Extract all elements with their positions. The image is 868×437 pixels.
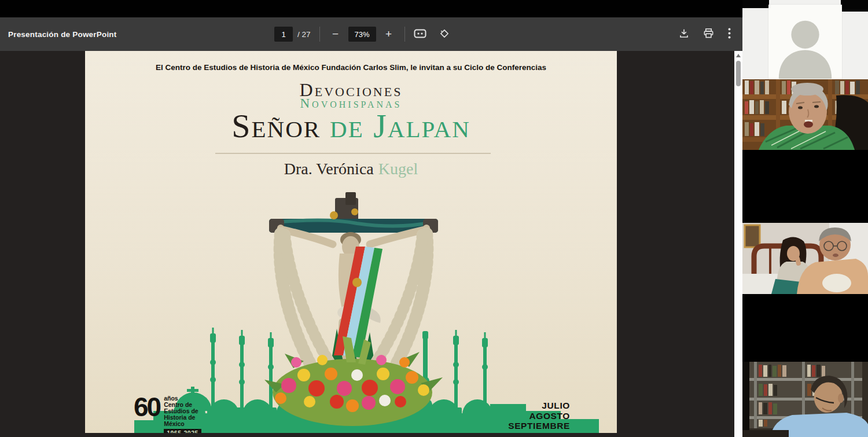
rotate-button[interactable] xyxy=(439,28,450,41)
participant-tile-avatar[interactable] xyxy=(742,0,868,79)
speaker-green-part: Kugel xyxy=(378,160,418,178)
participant-tile-video-1[interactable] xyxy=(742,79,868,150)
document-area: El Centro de Estudios de Historia de Méx… xyxy=(0,51,734,437)
pdf-scrollbar[interactable] xyxy=(734,51,742,437)
crucifix-cross xyxy=(269,192,438,233)
toolbar-divider xyxy=(319,27,320,42)
pdf-viewer: Presentación de PowerPoint / 27 − 73% + xyxy=(0,0,742,437)
zoom-out-button[interactable]: − xyxy=(329,27,343,42)
title-green-part: de Jalpan xyxy=(330,107,470,145)
date-line: 2025 xyxy=(508,431,570,434)
speaker-black-part: Dra. Verónica xyxy=(284,160,374,178)
video-man-scarf xyxy=(742,79,868,150)
pdf-toolbar: Presentación de PowerPoint / 27 − 73% + xyxy=(0,17,742,51)
tile-letterbox xyxy=(742,0,769,8)
screen: Presentación de PowerPoint / 27 − 73% + xyxy=(0,0,868,437)
rotate-icon xyxy=(439,28,450,41)
video-two-women xyxy=(742,223,868,294)
download-icon xyxy=(679,28,689,41)
kebab-menu-icon xyxy=(728,28,731,41)
date-line: JULIO xyxy=(508,401,570,411)
series-title: Devociones Novohispanas xyxy=(85,81,617,110)
slide-main-title: Señorde Jalpan xyxy=(85,108,617,145)
date-line: AGOSTO xyxy=(508,411,570,421)
fit-page-button[interactable] xyxy=(414,29,426,40)
logo-anniversary-years: 1965-2025 xyxy=(164,429,201,433)
fit-page-icon xyxy=(414,29,426,40)
participants-panel xyxy=(742,0,868,437)
participant-tile-video-3[interactable] xyxy=(742,362,868,437)
conference-dates: JULIO AGOSTO SEPTIEMBRE 2025 xyxy=(508,401,570,433)
person-icon xyxy=(768,5,842,79)
scrollbar-thumb[interactable] xyxy=(736,61,741,86)
zoom-level-display: 73% xyxy=(348,27,376,42)
logo-line: México xyxy=(164,421,201,427)
cehm-60-logo: 60 xyxy=(134,394,160,433)
print-button[interactable] xyxy=(703,28,714,41)
scroll-up-arrow-icon[interactable] xyxy=(736,54,741,57)
document-title: Presentación de PowerPoint xyxy=(8,17,117,51)
speaker-name: Dra. VerónicaKugel xyxy=(85,160,617,178)
slide-page-1: El Centro de Estudios de Historia de Méx… xyxy=(85,51,617,433)
cehm-logo-block: 60 años Centro de Estudios de Historia d… xyxy=(134,394,201,433)
date-line: SEPTIEMBRE xyxy=(508,421,570,431)
zoom-in-button[interactable]: + xyxy=(382,27,396,42)
page-total-label: / 27 xyxy=(297,30,311,39)
tile-letterbox xyxy=(841,0,868,12)
avatar-placeholder xyxy=(768,5,842,79)
download-button[interactable] xyxy=(679,28,689,41)
video-man-desk xyxy=(742,362,868,437)
toolbar-right-controls xyxy=(679,17,731,51)
top-black-strip xyxy=(0,0,742,17)
title-black-part: Señor xyxy=(231,107,321,145)
page-number-input[interactable] xyxy=(274,27,293,42)
toolbar-divider xyxy=(404,27,405,42)
slide-header-line: El Centro de Estudios de Historia de Méx… xyxy=(85,63,617,72)
more-options-button[interactable] xyxy=(728,28,731,41)
title-divider-rule xyxy=(215,153,491,154)
toolbar-center-controls: / 27 − 73% + xyxy=(274,17,450,51)
participant-tile-video-2[interactable] xyxy=(742,223,868,294)
print-icon xyxy=(703,28,714,41)
